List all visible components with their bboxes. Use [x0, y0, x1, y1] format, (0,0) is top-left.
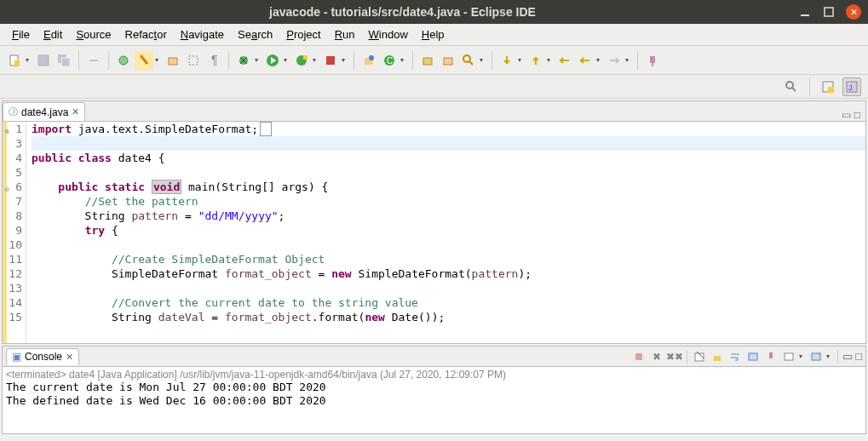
svg-rect-23: [650, 56, 655, 63]
svg-rect-14: [303, 55, 308, 60]
quick-access-icon[interactable]: [782, 77, 801, 96]
new-java-project-icon[interactable]: [359, 51, 378, 70]
svg-rect-29: [635, 353, 642, 360]
back-dropdown[interactable]: ▾: [596, 56, 603, 64]
java-file-icon: Ⓙ: [9, 106, 18, 118]
menu-help[interactable]: Help: [415, 26, 451, 43]
minimize-button[interactable]: [798, 5, 812, 19]
save-all-icon[interactable]: [55, 51, 73, 70]
close-button[interactable]: ✕: [846, 4, 861, 20]
code-area[interactable]: ⊕1 3 4 5 ⊖6 7 8 9 10 11 12 13 14 15 impo…: [3, 122, 865, 343]
coverage-dropdown[interactable]: ▾: [313, 56, 319, 64]
open-task-icon[interactable]: [418, 51, 437, 70]
new-class-icon[interactable]: C: [380, 51, 399, 70]
tab-label: date4.java: [21, 106, 68, 118]
svg-point-17: [369, 55, 374, 60]
console-tab-close-icon[interactable]: ✕: [66, 352, 73, 363]
maximize-view-icon[interactable]: □: [854, 109, 860, 121]
svg-text:J: J: [848, 83, 853, 92]
menu-search[interactable]: Search: [231, 26, 279, 43]
open-console-dropdown[interactable]: ▾: [826, 352, 833, 360]
forward-icon[interactable]: [605, 51, 624, 70]
open-resource-icon[interactable]: [439, 51, 457, 70]
svg-rect-31: [714, 356, 721, 361]
menu-file[interactable]: File: [5, 26, 37, 43]
open-console-icon[interactable]: +: [808, 349, 824, 364]
remove-all-icon[interactable]: ✖✖: [667, 349, 682, 364]
menu-window[interactable]: Window: [362, 26, 415, 43]
svg-rect-4: [38, 55, 49, 66]
terminate-icon[interactable]: [631, 349, 647, 364]
clear-console-icon[interactable]: [692, 349, 707, 364]
prev-annotation-icon[interactable]: [526, 51, 545, 70]
block-select-icon[interactable]: [184, 51, 203, 70]
menu-navigate[interactable]: Navigate: [174, 26, 231, 43]
console-maximize-icon[interactable]: □: [855, 350, 862, 363]
open-type-icon[interactable]: [114, 51, 133, 70]
external-tools-dropdown[interactable]: ▾: [342, 56, 348, 64]
menu-project[interactable]: Project: [279, 26, 327, 43]
next-annotation-icon[interactable]: [497, 51, 516, 70]
menu-run[interactable]: Run: [328, 26, 362, 43]
back-icon[interactable]: [576, 51, 595, 70]
console-tab[interactable]: ▣ Console ✕: [6, 348, 79, 365]
pin-icon[interactable]: [643, 51, 662, 70]
svg-point-7: [119, 56, 128, 65]
search-icon[interactable]: [459, 51, 478, 70]
console-minimize-icon[interactable]: ▭: [842, 350, 853, 363]
menubar: File Edit Source Refactor Navigate Searc…: [0, 24, 868, 46]
display-dropdown[interactable]: ▾: [799, 352, 806, 360]
word-wrap-icon[interactable]: [727, 349, 743, 364]
open-perspective-icon[interactable]: [819, 77, 837, 96]
menu-refactor[interactable]: Refactor: [118, 26, 174, 43]
new-dropdown[interactable]: ▾: [26, 56, 32, 64]
toggle-mark-dropdown[interactable]: ▾: [155, 56, 162, 64]
forward-dropdown[interactable]: ▾: [625, 56, 632, 64]
svg-rect-26: [828, 87, 834, 93]
last-edit-icon[interactable]: [555, 51, 574, 70]
display-selected-icon[interactable]: [781, 349, 796, 364]
run-dropdown[interactable]: ▾: [284, 56, 290, 64]
toggle-mark-icon[interactable]: [135, 51, 153, 70]
svg-point-24: [786, 82, 793, 89]
svg-text:C: C: [387, 56, 393, 66]
prev-annotation-dropdown[interactable]: ▾: [547, 56, 554, 64]
new-icon[interactable]: [5, 51, 24, 70]
debug-icon[interactable]: [234, 51, 253, 70]
console-area: ▣ Console ✕ ✖ ✖✖ ▾ + ▾ ▭ □ <terminated> …: [2, 346, 866, 434]
console-toolbar: ✖ ✖✖ ▾ + ▾ ▭ □: [631, 349, 862, 364]
new-package-icon[interactable]: [164, 51, 182, 70]
maximize-button[interactable]: [822, 5, 836, 19]
show-whitespace-icon[interactable]: ¶: [204, 51, 223, 70]
console-content[interactable]: <terminated> date4 [Java Application] /u…: [3, 367, 865, 433]
new-class-dropdown[interactable]: ▾: [400, 56, 407, 64]
debug-dropdown[interactable]: ▾: [255, 56, 262, 64]
next-annotation-dropdown[interactable]: ▾: [518, 56, 525, 64]
remove-launch-icon[interactable]: ✖: [649, 349, 664, 364]
line-gutter[interactable]: ⊕1 3 4 5 ⊖6 7 8 9 10 11 12 13 14 15: [3, 122, 26, 343]
save-icon[interactable]: [34, 51, 53, 70]
scroll-lock-icon[interactable]: [710, 349, 725, 364]
code-content[interactable]: import java.text.SimpleDateFormat; publi…: [26, 122, 865, 343]
console-output-line: The defined date is Wed Dec 16 00:00:00 …: [6, 394, 862, 408]
search-dropdown[interactable]: ▾: [480, 56, 486, 64]
svg-rect-1: [825, 8, 833, 16]
fold-expand-icon[interactable]: ⊕: [3, 124, 9, 133]
coverage-icon[interactable]: [292, 51, 311, 70]
show-console-icon[interactable]: [745, 349, 761, 364]
menu-source[interactable]: Source: [69, 26, 118, 43]
menu-edit[interactable]: Edit: [37, 26, 69, 43]
editor-tab-date4[interactable]: Ⓙ date4.java ✕: [3, 102, 85, 121]
external-tools-icon[interactable]: [321, 51, 340, 70]
tab-close-icon[interactable]: ✕: [72, 106, 79, 117]
console-title: Console: [25, 351, 62, 363]
java-perspective-icon[interactable]: J: [842, 77, 861, 96]
minimize-view-icon[interactable]: ▭: [842, 109, 851, 121]
pin-console-icon[interactable]: [763, 349, 779, 364]
console-header: <terminated> date4 [Java Application] /u…: [6, 369, 862, 381]
link-icon[interactable]: [84, 51, 103, 70]
window-controls: ✕: [798, 4, 861, 20]
fold-collapse-icon[interactable]: ⊖: [3, 182, 9, 191]
run-icon[interactable]: [263, 51, 282, 70]
console-icon: ▣: [12, 351, 21, 363]
